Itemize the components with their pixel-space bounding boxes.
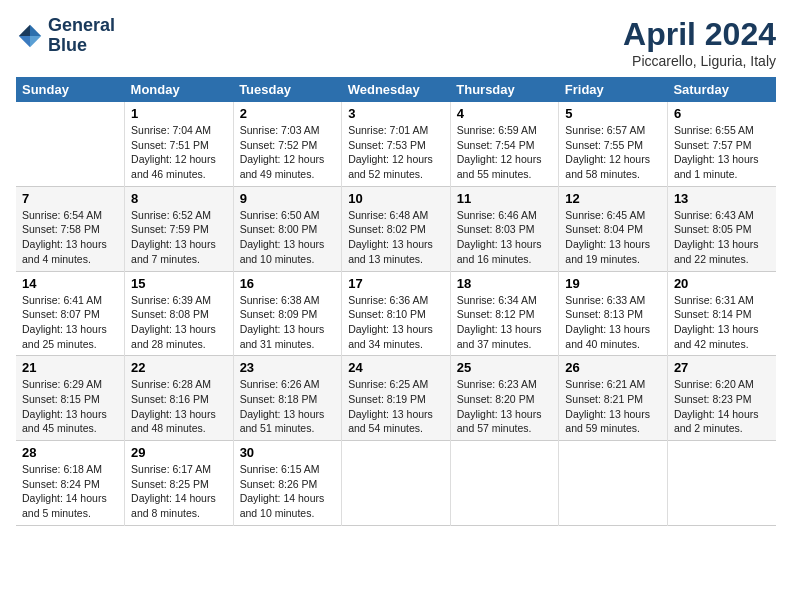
day-number: 1	[131, 106, 227, 121]
day-info: Sunrise: 6:57 AMSunset: 7:55 PMDaylight:…	[565, 123, 661, 182]
day-info: Sunrise: 6:55 AMSunset: 7:57 PMDaylight:…	[674, 123, 770, 182]
day-info: Sunrise: 6:54 AMSunset: 7:58 PMDaylight:…	[22, 208, 118, 267]
calendar-cell: 14Sunrise: 6:41 AMSunset: 8:07 PMDayligh…	[16, 271, 125, 356]
calendar-cell: 10Sunrise: 6:48 AMSunset: 8:02 PMDayligh…	[342, 186, 451, 271]
calendar-cell: 2Sunrise: 7:03 AMSunset: 7:52 PMDaylight…	[233, 102, 342, 186]
calendar-cell	[559, 441, 668, 526]
day-number: 2	[240, 106, 336, 121]
month-title: April 2024	[623, 16, 776, 53]
day-number: 20	[674, 276, 770, 291]
calendar-week-row: 21Sunrise: 6:29 AMSunset: 8:15 PMDayligh…	[16, 356, 776, 441]
day-number: 4	[457, 106, 553, 121]
calendar-cell: 17Sunrise: 6:36 AMSunset: 8:10 PMDayligh…	[342, 271, 451, 356]
calendar-cell: 28Sunrise: 6:18 AMSunset: 8:24 PMDayligh…	[16, 441, 125, 526]
calendar-cell: 25Sunrise: 6:23 AMSunset: 8:20 PMDayligh…	[450, 356, 559, 441]
day-number: 27	[674, 360, 770, 375]
day-info: Sunrise: 6:38 AMSunset: 8:09 PMDaylight:…	[240, 293, 336, 352]
calendar-week-row: 14Sunrise: 6:41 AMSunset: 8:07 PMDayligh…	[16, 271, 776, 356]
calendar-cell: 20Sunrise: 6:31 AMSunset: 8:14 PMDayligh…	[667, 271, 776, 356]
calendar-cell	[342, 441, 451, 526]
day-number: 19	[565, 276, 661, 291]
svg-marker-2	[19, 25, 30, 36]
day-info: Sunrise: 6:59 AMSunset: 7:54 PMDaylight:…	[457, 123, 553, 182]
calendar-cell: 6Sunrise: 6:55 AMSunset: 7:57 PMDaylight…	[667, 102, 776, 186]
page-header: General Blue April 2024 Piccarello, Ligu…	[16, 16, 776, 69]
day-number: 7	[22, 191, 118, 206]
calendar-cell: 26Sunrise: 6:21 AMSunset: 8:21 PMDayligh…	[559, 356, 668, 441]
day-number: 3	[348, 106, 444, 121]
calendar-cell: 24Sunrise: 6:25 AMSunset: 8:19 PMDayligh…	[342, 356, 451, 441]
calendar-body: 1Sunrise: 7:04 AMSunset: 7:51 PMDaylight…	[16, 102, 776, 525]
calendar-cell: 16Sunrise: 6:38 AMSunset: 8:09 PMDayligh…	[233, 271, 342, 356]
day-number: 9	[240, 191, 336, 206]
day-number: 10	[348, 191, 444, 206]
svg-marker-1	[30, 36, 41, 47]
weekday-header: Thursday	[450, 77, 559, 102]
svg-marker-3	[19, 36, 30, 47]
calendar-cell: 13Sunrise: 6:43 AMSunset: 8:05 PMDayligh…	[667, 186, 776, 271]
logo-line2: Blue	[48, 36, 115, 56]
calendar-cell: 15Sunrise: 6:39 AMSunset: 8:08 PMDayligh…	[125, 271, 234, 356]
day-number: 26	[565, 360, 661, 375]
calendar-cell: 7Sunrise: 6:54 AMSunset: 7:58 PMDaylight…	[16, 186, 125, 271]
calendar-cell: 21Sunrise: 6:29 AMSunset: 8:15 PMDayligh…	[16, 356, 125, 441]
day-number: 5	[565, 106, 661, 121]
day-info: Sunrise: 6:41 AMSunset: 8:07 PMDaylight:…	[22, 293, 118, 352]
calendar-week-row: 7Sunrise: 6:54 AMSunset: 7:58 PMDaylight…	[16, 186, 776, 271]
calendar-cell: 30Sunrise: 6:15 AMSunset: 8:26 PMDayligh…	[233, 441, 342, 526]
day-number: 11	[457, 191, 553, 206]
weekday-header: Monday	[125, 77, 234, 102]
weekday-header: Wednesday	[342, 77, 451, 102]
calendar-cell: 11Sunrise: 6:46 AMSunset: 8:03 PMDayligh…	[450, 186, 559, 271]
day-number: 16	[240, 276, 336, 291]
logo: General Blue	[16, 16, 115, 56]
logo-icon	[16, 22, 44, 50]
calendar-cell: 1Sunrise: 7:04 AMSunset: 7:51 PMDaylight…	[125, 102, 234, 186]
weekday-header: Friday	[559, 77, 668, 102]
day-info: Sunrise: 6:36 AMSunset: 8:10 PMDaylight:…	[348, 293, 444, 352]
day-number: 29	[131, 445, 227, 460]
calendar-table: SundayMondayTuesdayWednesdayThursdayFrid…	[16, 77, 776, 526]
day-info: Sunrise: 6:48 AMSunset: 8:02 PMDaylight:…	[348, 208, 444, 267]
calendar-cell	[16, 102, 125, 186]
day-info: Sunrise: 6:26 AMSunset: 8:18 PMDaylight:…	[240, 377, 336, 436]
day-info: Sunrise: 6:18 AMSunset: 8:24 PMDaylight:…	[22, 462, 118, 521]
day-number: 25	[457, 360, 553, 375]
day-number: 18	[457, 276, 553, 291]
calendar-cell: 22Sunrise: 6:28 AMSunset: 8:16 PMDayligh…	[125, 356, 234, 441]
calendar-cell: 29Sunrise: 6:17 AMSunset: 8:25 PMDayligh…	[125, 441, 234, 526]
day-number: 28	[22, 445, 118, 460]
title-block: April 2024 Piccarello, Liguria, Italy	[623, 16, 776, 69]
calendar-cell	[450, 441, 559, 526]
calendar-cell: 8Sunrise: 6:52 AMSunset: 7:59 PMDaylight…	[125, 186, 234, 271]
day-info: Sunrise: 6:52 AMSunset: 7:59 PMDaylight:…	[131, 208, 227, 267]
day-info: Sunrise: 6:43 AMSunset: 8:05 PMDaylight:…	[674, 208, 770, 267]
calendar-cell: 27Sunrise: 6:20 AMSunset: 8:23 PMDayligh…	[667, 356, 776, 441]
day-info: Sunrise: 6:17 AMSunset: 8:25 PMDaylight:…	[131, 462, 227, 521]
day-info: Sunrise: 7:01 AMSunset: 7:53 PMDaylight:…	[348, 123, 444, 182]
calendar-header-row: SundayMondayTuesdayWednesdayThursdayFrid…	[16, 77, 776, 102]
calendar-cell: 5Sunrise: 6:57 AMSunset: 7:55 PMDaylight…	[559, 102, 668, 186]
calendar-cell: 18Sunrise: 6:34 AMSunset: 8:12 PMDayligh…	[450, 271, 559, 356]
day-number: 14	[22, 276, 118, 291]
calendar-cell: 19Sunrise: 6:33 AMSunset: 8:13 PMDayligh…	[559, 271, 668, 356]
day-number: 13	[674, 191, 770, 206]
day-number: 21	[22, 360, 118, 375]
day-number: 8	[131, 191, 227, 206]
day-info: Sunrise: 6:33 AMSunset: 8:13 PMDaylight:…	[565, 293, 661, 352]
day-number: 6	[674, 106, 770, 121]
calendar-week-row: 1Sunrise: 7:04 AMSunset: 7:51 PMDaylight…	[16, 102, 776, 186]
day-number: 17	[348, 276, 444, 291]
day-number: 23	[240, 360, 336, 375]
weekday-header: Sunday	[16, 77, 125, 102]
calendar-cell: 9Sunrise: 6:50 AMSunset: 8:00 PMDaylight…	[233, 186, 342, 271]
day-info: Sunrise: 6:23 AMSunset: 8:20 PMDaylight:…	[457, 377, 553, 436]
calendar-week-row: 28Sunrise: 6:18 AMSunset: 8:24 PMDayligh…	[16, 441, 776, 526]
day-number: 30	[240, 445, 336, 460]
weekday-header: Tuesday	[233, 77, 342, 102]
weekday-header: Saturday	[667, 77, 776, 102]
logo-text: General Blue	[48, 16, 115, 56]
svg-marker-0	[30, 25, 41, 36]
calendar-cell	[667, 441, 776, 526]
day-info: Sunrise: 6:34 AMSunset: 8:12 PMDaylight:…	[457, 293, 553, 352]
